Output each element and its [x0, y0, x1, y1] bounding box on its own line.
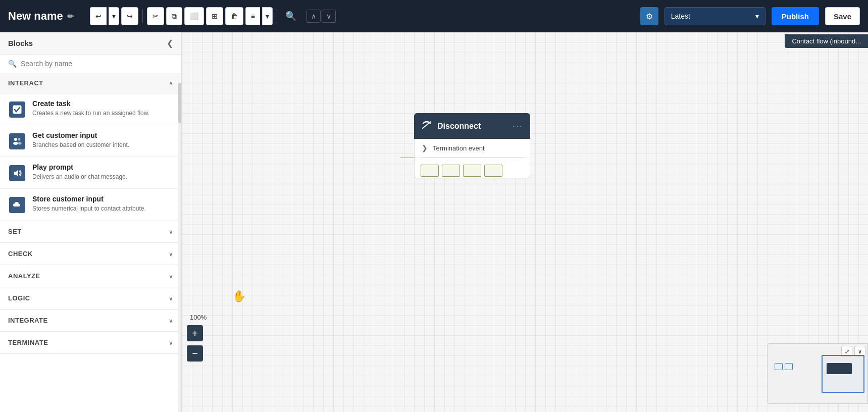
- block-play-prompt-name: Play prompt: [32, 163, 173, 171]
- section-interact[interactable]: INTERACT ∧: [0, 73, 181, 93]
- section-terminate[interactable]: TERMINATE ∨: [0, 332, 181, 354]
- node-termination-label: Termination event: [433, 144, 485, 152]
- chevron-down-icon: ▾: [755, 12, 759, 20]
- section-logic-title: LOGIC: [8, 294, 30, 302]
- block-store-customer-input-name: Store customer input: [32, 195, 173, 203]
- svg-point-1: [14, 138, 17, 141]
- block-get-customer-input-name: Get customer input: [32, 131, 173, 139]
- nav-down-button[interactable]: ∨: [322, 10, 336, 23]
- block-play-prompt-desc: Delivers an audio or chat message.: [32, 173, 173, 181]
- header: New name ✏ ↩ ▾ ↪ ✂ ⧉ ⬜ ⊞ 🗑 ≡ ▾ 🔍 ∧ ∨ ⚙ L…: [0, 0, 868, 32]
- block-create-task[interactable]: Create task Creates a new task to run an…: [0, 93, 181, 125]
- connector-2[interactable]: [442, 165, 460, 177]
- connector-3[interactable]: [463, 165, 481, 177]
- section-set-title: SET: [8, 228, 22, 235]
- nav-up-button[interactable]: ∧: [307, 10, 321, 23]
- block-get-customer-input-text: Get customer input Branches based on cus…: [32, 131, 173, 149]
- block-store-customer-input-icon-bg: [9, 197, 25, 213]
- zoom-in-button[interactable]: +: [187, 325, 203, 341]
- app-title: New name ✏: [8, 10, 74, 23]
- sidebar: Blocks ❮ 🔍 INTERACT ∧: [0, 32, 182, 412]
- section-set-chevron: ∨: [169, 228, 173, 235]
- search-icon: 🔍: [8, 60, 17, 68]
- section-interact-chevron: ∧: [169, 80, 173, 87]
- section-check-chevron: ∨: [169, 250, 173, 258]
- minimap-node-1: [775, 363, 783, 370]
- block-store-customer-input-icon-wrapper: [8, 196, 26, 214]
- speaker-icon: [13, 169, 22, 178]
- connector-4[interactable]: [484, 165, 502, 177]
- version-label: Latest: [671, 12, 690, 20]
- block-play-prompt[interactable]: Play prompt Delivers an audio or chat me…: [0, 157, 181, 189]
- sidebar-scrollbar-track: [178, 83, 181, 412]
- sidebar-scrollbar-thumb[interactable]: [178, 83, 181, 123]
- svg-point-2: [13, 142, 18, 145]
- block-store-customer-input-desc: Stores numerical input to contact attrib…: [32, 204, 173, 213]
- gear-icon: ⚙: [646, 12, 653, 21]
- search-input[interactable]: [21, 60, 173, 68]
- cut-button[interactable]: ✂: [147, 7, 164, 25]
- cloud-icon: [13, 200, 22, 210]
- section-integrate[interactable]: INTEGRATE ∨: [0, 310, 181, 332]
- edit-title-icon[interactable]: ✏: [67, 12, 74, 21]
- section-integrate-title: INTEGRATE: [8, 317, 48, 324]
- delete-button[interactable]: 🗑: [225, 7, 243, 25]
- canvas[interactable]: Disconnect ··· ❯ Termination event: [182, 32, 868, 412]
- minimap: ⤢ ∨: [767, 343, 868, 404]
- main-content: Blocks ❮ 🔍 INTERACT ∧: [0, 32, 868, 412]
- section-integrate-chevron: ∨: [169, 317, 173, 324]
- search-button[interactable]: 🔍: [281, 9, 300, 24]
- publish-button[interactable]: Publish: [772, 7, 819, 25]
- undo-dropdown-button[interactable]: ▾: [109, 7, 119, 25]
- block-store-customer-input[interactable]: Store customer input Stores numerical in…: [0, 189, 181, 221]
- people-icon: [13, 137, 22, 146]
- block-create-task-desc: Creates a new task to run an assigned fl…: [32, 109, 173, 118]
- node-termination-row: ❯ Termination event: [415, 139, 530, 158]
- block-get-customer-input[interactable]: Get customer input Branches based on cus…: [0, 125, 181, 157]
- disconnect-node[interactable]: Disconnect ··· ❯ Termination event: [414, 113, 530, 178]
- connector-1[interactable]: [421, 165, 439, 177]
- block-create-task-icon-wrapper: [8, 100, 26, 119]
- section-check-title: CHECK: [8, 250, 33, 258]
- block-create-task-name: Create task: [32, 99, 173, 108]
- undo-button[interactable]: ↩: [90, 7, 107, 25]
- block-get-customer-input-icon-bg: [9, 133, 25, 149]
- section-terminate-chevron: ∨: [169, 339, 173, 346]
- grid-button[interactable]: ⊞: [206, 7, 223, 25]
- minimap-disconnect-node: [827, 363, 852, 374]
- toolbar-separator-1: [142, 9, 143, 23]
- redo-button[interactable]: ↪: [121, 7, 138, 25]
- svg-point-4: [18, 142, 22, 145]
- block-create-task-text: Create task Creates a new task to run an…: [32, 99, 173, 118]
- save-button[interactable]: Save: [825, 7, 860, 25]
- contact-flow-badge: Contact flow (inbound...: [785, 34, 868, 48]
- toolbar: ↩ ▾ ↪ ✂ ⧉ ⬜ ⊞ 🗑 ≡ ▾ 🔍 ∧ ∨: [90, 7, 634, 25]
- section-set[interactable]: SET ∨: [0, 221, 181, 243]
- search-box: 🔍: [0, 55, 181, 73]
- node-menu-button[interactable]: ···: [513, 121, 523, 131]
- version-selector[interactable]: Latest ▾: [665, 7, 765, 25]
- sidebar-title: Blocks: [8, 39, 33, 47]
- block-create-task-icon-bg: [9, 101, 25, 118]
- zoom-level: 100%: [190, 314, 207, 321]
- collapse-sidebar-button[interactable]: ❮: [167, 38, 173, 48]
- section-interact-left: INTERACT: [8, 79, 43, 87]
- section-analyze-title: ANALYZE: [8, 272, 40, 280]
- node-title-area: Disconnect: [421, 119, 481, 133]
- layout-dropdown-button[interactable]: ▾: [262, 7, 273, 25]
- minimap-viewport: [822, 355, 864, 393]
- copy-button[interactable]: ⧉: [166, 7, 182, 25]
- minimap-node-2: [785, 363, 793, 370]
- crop-button[interactable]: ⬜: [184, 7, 204, 25]
- node-header: Disconnect ···: [414, 113, 530, 139]
- block-play-prompt-icon-bg: [9, 165, 25, 181]
- block-get-customer-input-desc: Branches based on customer intent.: [32, 141, 173, 149]
- section-logic[interactable]: LOGIC ∨: [0, 287, 181, 310]
- phone-disconnect-icon: [421, 119, 432, 133]
- zoom-out-button[interactable]: −: [187, 345, 203, 362]
- settings-button[interactable]: ⚙: [640, 7, 658, 25]
- section-check[interactable]: CHECK ∨: [0, 243, 181, 265]
- sidebar-header: Blocks ❮: [0, 32, 181, 55]
- section-analyze[interactable]: ANALYZE ∨: [0, 265, 181, 287]
- layout-button[interactable]: ≡: [245, 7, 260, 25]
